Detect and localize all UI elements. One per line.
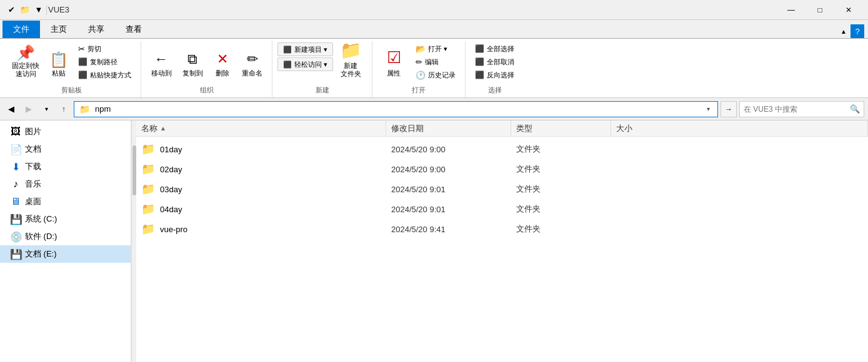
easy-access-button[interactable]: ⬛ 轻松访问 ▾ xyxy=(277,57,333,71)
file-name-text: 03day xyxy=(160,185,182,194)
sidebar-item-documents[interactable]: 📄 文档 xyxy=(0,140,131,158)
select-none-button[interactable]: ⬛ 全部取消 xyxy=(471,56,519,68)
forward-button[interactable]: ▶ xyxy=(21,102,36,117)
desktop-icon: 🖥 xyxy=(10,196,21,207)
select-all-button[interactable]: ⬛ 全部选择 xyxy=(471,42,519,55)
cut-icon: ✂ xyxy=(78,44,85,54)
quick-access-toolbar: ✔ 📁 ▼ xyxy=(5,4,45,16)
move-to-button[interactable]: ← 移动到 xyxy=(146,41,176,80)
tab-home[interactable]: 主页 xyxy=(40,21,77,38)
file-name-text: vue-pro xyxy=(160,225,187,234)
move-to-icon: ← xyxy=(154,51,168,67)
delete-button[interactable]: ✕ 删除 xyxy=(209,41,236,80)
col-header-type[interactable]: 类型 xyxy=(511,120,611,136)
address-dropdown-arrow[interactable]: ▾ xyxy=(704,105,712,112)
file-name-text: 02day xyxy=(160,165,182,174)
sidebar-item-pictures[interactable]: 🖼 图片 xyxy=(0,123,131,140)
col-name-sort: ▲ xyxy=(160,125,166,132)
sidebar-item-docs-e[interactable]: 💾 文档 (E:) xyxy=(0,245,131,263)
file-list: 📁 01day 2024/5/20 9:00 文件夹 📁 02day 2024/… xyxy=(136,137,868,242)
system-icon: 💾 xyxy=(10,213,21,225)
paste-button[interactable]: 📋 粘贴 xyxy=(45,41,72,80)
file-name-text: 04day xyxy=(160,205,182,214)
table-row[interactable]: 📁 04day 2024/5/20 9:01 文件夹 xyxy=(136,199,868,219)
tab-share[interactable]: 共享 xyxy=(77,21,115,38)
ribbon-group-select: ⬛ 全部选择 ⬛ 全部取消 ⬛ 反向选择 选择 xyxy=(466,41,524,97)
copy-button[interactable]: ⬛ 复制路径 xyxy=(74,56,136,68)
table-row[interactable]: 📁 02day 2024/5/20 9:00 文件夹 xyxy=(136,159,868,179)
cut-label: 剪切 xyxy=(87,44,101,54)
qa-folder-button[interactable]: 📁 xyxy=(19,4,31,16)
address-go-button[interactable]: → xyxy=(721,101,737,117)
file-name-text: 01day xyxy=(160,145,182,154)
table-row[interactable]: 📁 01day 2024/5/20 9:00 文件夹 xyxy=(136,139,868,159)
ribbon-group-open: ☑ 属性 📂 打开 ▾ ✏ 编辑 🕐 历史记录 打开 xyxy=(372,41,466,97)
edit-button[interactable]: ✏ 编辑 xyxy=(411,56,460,68)
new-item-label: 新建项目 ▾ xyxy=(294,45,327,54)
select-label: 选择 xyxy=(471,84,519,97)
dropdown-history-button[interactable]: ▾ xyxy=(39,102,54,117)
title-bar: ✔ 📁 ▼ VUE3 — □ ✕ xyxy=(0,0,868,20)
ribbon-group-new: ⬛ 新建项目 ▾ ⬛ 轻松访问 ▾ 📁 新建文件夹 新建 xyxy=(272,41,372,97)
table-row[interactable]: 📁 03day 2024/5/20 9:01 文件夹 xyxy=(136,179,868,199)
rename-button[interactable]: ✏ 重命名 xyxy=(237,41,267,80)
sidebar-item-desktop[interactable]: 🖥 桌面 xyxy=(0,193,131,210)
select-col: ⬛ 全部选择 ⬛ 全部取消 ⬛ 反向选择 xyxy=(471,41,519,81)
music-icon: ♪ xyxy=(10,179,21,190)
col-header-date[interactable]: 修改日期 xyxy=(386,120,511,136)
sidebar-container: 🖼 图片 📄 文档 ⬇ 下载 ♪ 音乐 🖥 桌面 💾 系统 (C:) xyxy=(0,120,136,362)
tab-file[interactable]: 文件 xyxy=(2,21,40,38)
qa-dropdown-button[interactable]: ▼ xyxy=(32,4,45,16)
back-button[interactable]: ◀ xyxy=(4,102,19,117)
edit-icon: ✏ xyxy=(416,57,422,67)
organize-label: 组织 xyxy=(146,84,267,97)
col-header-size[interactable]: 大小 xyxy=(611,120,868,136)
help-button[interactable]: ? xyxy=(851,24,864,38)
clipboard-col: ✂ 剪切 ⬛ 复制路径 ⬛ 粘贴快捷方式 xyxy=(74,41,136,81)
paste-shortcut-button[interactable]: ⬛ 粘贴快捷方式 xyxy=(74,69,136,81)
new-folder-button[interactable]: 📁 新建文件夹 xyxy=(334,41,367,80)
pin-label: 固定到快速访问 xyxy=(12,62,39,78)
address-input[interactable] xyxy=(95,104,699,114)
file-item-date: 2024/5/20 9:01 xyxy=(391,185,516,194)
history-button[interactable]: 🕐 历史记录 xyxy=(411,69,460,81)
invert-select-label: 反向选择 xyxy=(487,71,514,80)
up-button[interactable]: ↑ xyxy=(56,102,71,117)
pin-icon: 📌 xyxy=(16,46,35,61)
sidebar-label-downloads: 下载 xyxy=(25,161,41,172)
maximize-button[interactable]: □ xyxy=(806,0,834,20)
table-row[interactable]: 📁 vue-pro 2024/5/20 9:41 文件夹 xyxy=(136,219,868,239)
ribbon-collapse-button[interactable]: ▲ xyxy=(838,26,849,37)
window-title: VUE3 xyxy=(48,5,777,14)
folder-icon: 📁 xyxy=(141,222,155,236)
docs-e-icon: 💾 xyxy=(10,248,21,260)
open-button[interactable]: 📂 打开 ▾ xyxy=(411,42,460,55)
close-button[interactable]: ✕ xyxy=(834,0,863,20)
new-item-button[interactable]: ⬛ 新建项目 ▾ xyxy=(277,42,333,56)
file-list-header: 名称 ▲ 修改日期 类型 大小 xyxy=(136,120,868,137)
sidebar-item-software[interactable]: 💿 软件 (D:) xyxy=(0,228,131,245)
sidebar-item-downloads[interactable]: ⬇ 下载 xyxy=(0,158,131,175)
copy-to-icon: ⧉ xyxy=(187,51,197,67)
search-input[interactable] xyxy=(744,105,847,114)
history-icon: 🕐 xyxy=(416,71,426,80)
sidebar-item-music[interactable]: ♪ 音乐 xyxy=(0,175,131,193)
minimize-button[interactable]: — xyxy=(777,0,806,20)
qa-checkmark-button[interactable]: ✔ xyxy=(5,4,17,16)
sidebar-label-system: 系统 (C:) xyxy=(25,213,57,225)
file-item-date: 2024/5/20 9:00 xyxy=(391,145,516,154)
invert-select-button[interactable]: ⬛ 反向选择 xyxy=(471,69,519,81)
sidebar-scrollbar[interactable] xyxy=(131,120,136,362)
open-label: 打开 xyxy=(377,84,460,97)
file-item-name: 📁 03day xyxy=(141,182,391,196)
sidebar-item-system[interactable]: 💾 系统 (C:) xyxy=(0,210,131,228)
col-header-name[interactable]: 名称 ▲ xyxy=(136,120,386,136)
cut-button[interactable]: ✂ 剪切 xyxy=(74,42,136,55)
properties-button[interactable]: ☑ 属性 xyxy=(377,41,410,80)
copy-to-button[interactable]: ⧉ 复制到 xyxy=(177,41,207,80)
new-folder-label: 新建文件夹 xyxy=(341,62,361,78)
tab-view[interactable]: 查看 xyxy=(115,21,152,38)
file-item-name: 📁 vue-pro xyxy=(141,222,391,236)
pin-button[interactable]: 📌 固定到快速访问 xyxy=(7,41,44,80)
new-label: 新建 xyxy=(277,84,367,97)
